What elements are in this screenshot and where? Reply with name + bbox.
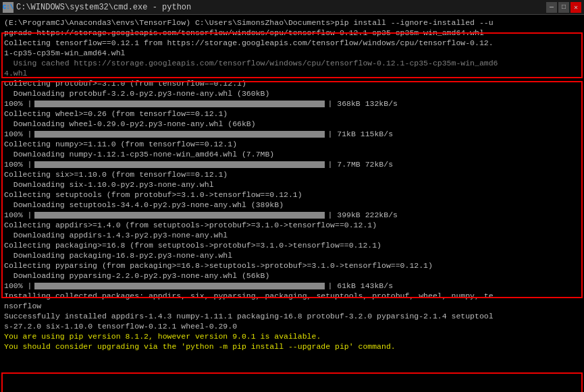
terminal-line-18: Downloading appdirs-1.4.3-py2.py3-none-a… xyxy=(4,230,580,240)
close-button[interactable]: ✕ xyxy=(570,2,581,13)
highlight-box-3 xyxy=(1,372,583,392)
terminal-line-17: Collecting appdirs>=1.4.0 (from setuptoo… xyxy=(4,220,580,230)
terminal-line-3: Collecting tensorflow==0.12.1 from https… xyxy=(4,38,580,48)
terminal-line-27: You are using pip version 8.1.2, however… xyxy=(4,331,580,341)
window-title: C:\WINDOWS\system32\cmd.exe - python xyxy=(16,3,191,12)
terminal-line-28: You should consider upgrading via the 'p… xyxy=(4,341,580,352)
terminal-window: (E:\ProgramCJ\Anaconda3\envs\TensorFlow)… xyxy=(0,15,584,392)
terminal-line-25: Successfully installed appdirs-1.4.3 num… xyxy=(4,311,580,321)
cmd-icon: C:\ xyxy=(3,2,14,13)
terminal-line-6: 4.whl xyxy=(4,68,580,78)
terminal-line-22: Downloading pyparsing-2.2.0-py2.py3-none… xyxy=(4,271,580,281)
terminal-line-9: Collecting wheel>=0.26 (from tensorflow=… xyxy=(4,109,580,119)
terminal-line-7: Collecting protobuf>=3.1.0 (from tensorf… xyxy=(4,78,580,88)
terminal-line-5: Using cached https://storage.googleapis.… xyxy=(4,58,580,68)
terminal-line-1: (E:\ProgramCJ\Anaconda3\envs\TensorFlow)… xyxy=(4,18,580,28)
window-controls: — □ ✕ xyxy=(546,2,581,13)
minimize-button[interactable]: — xyxy=(546,2,557,13)
terminal-line-19: Collecting packaging>=16.8 (from setupto… xyxy=(4,240,580,250)
terminal-line-20: Downloading packaging-16.8-py2.py3-none-… xyxy=(4,250,580,260)
maximize-button[interactable]: □ xyxy=(558,2,569,13)
progress-line-1: 100% || 368kB 132kB/s xyxy=(4,99,580,109)
terminal-line-15: Collecting setuptools (from protobuf>=3.… xyxy=(4,190,580,200)
terminal-line-13: Collecting six>=1.10.0 (from tensorflow=… xyxy=(4,169,580,179)
progress-line-2: 100% || 71kB 115kB/s xyxy=(4,129,580,139)
terminal-line-8: Downloading protobuf-3.2.0-py2.py3-none-… xyxy=(4,88,580,99)
terminal-line-24: nsorflow xyxy=(4,301,580,311)
terminal-line-21: Collecting pyparsing (from packaging>=16… xyxy=(4,260,580,271)
terminal-line-16: Downloading setuptools-34.4.0-py2.py3-no… xyxy=(4,200,580,210)
terminal-line-26: s-27.2.0 six-1.10.0 tensorflow-0.12.1 wh… xyxy=(4,321,580,331)
terminal-line-11: Collecting numpy>=1.11.0 (from tensorflo… xyxy=(4,139,580,149)
terminal-line-2: pgrade https://storage.googleapis.com/te… xyxy=(4,28,580,38)
terminal-line-10: Downloading wheel-0.29.0-py2.py3-none-an… xyxy=(4,119,580,129)
terminal-line-23: Installing collected packages: appdirs, … xyxy=(4,291,580,301)
terminal-line-12: Downloading numpy-1.12.1-cp35-none-win_a… xyxy=(4,149,580,159)
progress-line-3: 100% || 7.7MB 72kB/s xyxy=(4,159,580,169)
progress-line-4: 100% || 399kB 222kB/s xyxy=(4,210,580,220)
title-bar: C:\ C:\WINDOWS\system32\cmd.exe - python… xyxy=(0,0,584,15)
terminal-line-4: 1-cp35-cp35m-win_amd64.whl xyxy=(4,48,580,58)
terminal-line-14: Downloading six-1.10.0-py2.py3-none-any.… xyxy=(4,179,580,190)
progress-line-5: 100% || 61kB 143kB/s xyxy=(4,281,580,291)
